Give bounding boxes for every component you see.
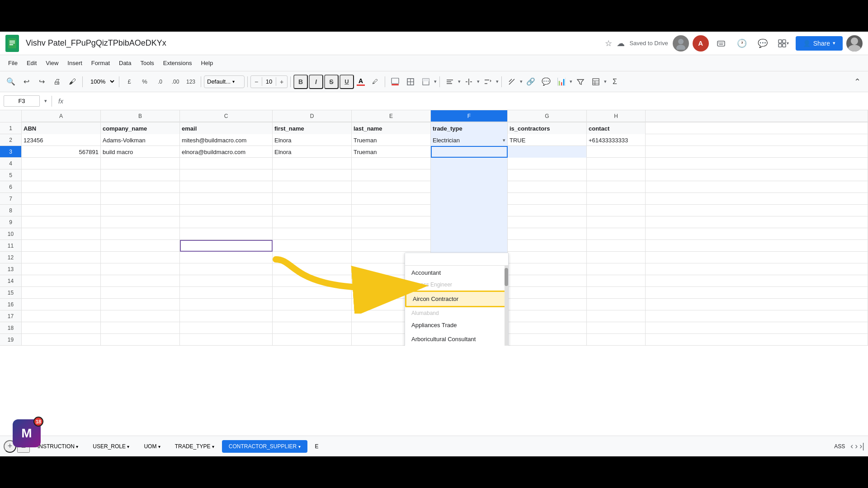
cell-F4[interactable] bbox=[431, 158, 508, 169]
col-header-H[interactable]: H bbox=[587, 110, 646, 122]
dropdown-item-alumaband[interactable]: Alumaband bbox=[405, 308, 508, 318]
cell-D3[interactable]: Elnora bbox=[273, 146, 352, 158]
cell-E4[interactable] bbox=[352, 158, 431, 169]
row-header-7[interactable]: 7 bbox=[0, 193, 22, 204]
cell-G6[interactable] bbox=[508, 181, 587, 193]
currency-button[interactable]: £ bbox=[122, 75, 137, 89]
cell-A19[interactable] bbox=[22, 334, 101, 346]
cell-G12[interactable] bbox=[508, 252, 587, 263]
cell-E10[interactable] bbox=[352, 228, 431, 240]
cell-A16[interactable] bbox=[22, 299, 101, 310]
user-avatar[interactable]: A bbox=[693, 35, 709, 52]
cell-H7[interactable] bbox=[587, 193, 646, 205]
cell-H15[interactable] bbox=[587, 287, 646, 299]
col-header-F[interactable]: F bbox=[431, 110, 508, 122]
font-size-input[interactable] bbox=[262, 77, 276, 86]
keyboard-icon[interactable] bbox=[712, 35, 730, 52]
tab-uom[interactable]: UOM ▾ bbox=[137, 440, 167, 453]
cell-B19[interactable] bbox=[101, 334, 180, 346]
cell-H5[interactable] bbox=[587, 169, 646, 181]
cell-G1[interactable]: is_contractors bbox=[508, 122, 587, 134]
cell-A7[interactable] bbox=[22, 193, 101, 205]
cell-E3[interactable]: Trueman bbox=[352, 146, 431, 158]
menu-edit[interactable]: Edit bbox=[22, 57, 41, 69]
menu-help[interactable]: Help bbox=[196, 57, 217, 69]
cell-G15[interactable] bbox=[508, 287, 587, 299]
row-header-14[interactable]: 14 bbox=[0, 275, 22, 286]
dropdown-scrollbar[interactable] bbox=[505, 266, 508, 346]
cell-H2[interactable]: +61433333333 bbox=[587, 134, 646, 146]
cell-H10[interactable] bbox=[587, 228, 646, 240]
decimal-decrease[interactable]: .0 bbox=[153, 75, 167, 89]
cell-D18[interactable] bbox=[273, 322, 352, 334]
tab-e[interactable]: E bbox=[308, 440, 326, 453]
comment-add-button[interactable]: 💬 bbox=[539, 75, 553, 89]
tab-nav-prev[interactable]: ‹ bbox=[850, 441, 853, 451]
cell-D7[interactable] bbox=[273, 193, 352, 205]
link-button[interactable]: 🔗 bbox=[524, 75, 538, 89]
cell-A8[interactable] bbox=[22, 205, 101, 216]
paint-format-button[interactable]: 🖌 bbox=[65, 75, 80, 89]
doc-title[interactable]: Vishv Patel_FPuPgQizTPbibAOeDKYx bbox=[26, 38, 600, 48]
cell-B5[interactable] bbox=[101, 169, 180, 181]
cell-F8[interactable] bbox=[431, 205, 508, 216]
merge-button[interactable] bbox=[419, 75, 433, 89]
cell-G5[interactable] bbox=[508, 169, 587, 181]
cell-G2[interactable]: TRUE bbox=[508, 134, 587, 146]
font-size-decrease[interactable]: − bbox=[251, 76, 262, 88]
cell-B9[interactable] bbox=[101, 216, 180, 228]
filter-button[interactable] bbox=[573, 75, 588, 89]
cell-H11[interactable] bbox=[587, 240, 646, 252]
table-chevron[interactable]: ▾ bbox=[604, 79, 607, 84]
text-rotation-button[interactable] bbox=[505, 75, 519, 89]
cell-C18[interactable] bbox=[180, 322, 273, 334]
cell-A6[interactable] bbox=[22, 181, 101, 193]
cell-D17[interactable] bbox=[273, 310, 352, 322]
align-chevron[interactable]: ▾ bbox=[458, 79, 461, 84]
cell-D9[interactable] bbox=[273, 216, 352, 228]
cell-B13[interactable] bbox=[101, 263, 180, 275]
share-button[interactable]: 👤 Share ▾ bbox=[796, 36, 843, 51]
cell-D16[interactable] bbox=[273, 299, 352, 310]
cell-B7[interactable] bbox=[101, 193, 180, 205]
cell-H3[interactable] bbox=[587, 146, 646, 158]
cell-H18[interactable] bbox=[587, 322, 646, 334]
format-number-button[interactable]: 123 bbox=[184, 75, 198, 89]
row-header-13[interactable]: 13 bbox=[0, 263, 22, 275]
cell-A18[interactable] bbox=[22, 322, 101, 334]
cell-C19[interactable] bbox=[180, 334, 273, 346]
cell-B8[interactable] bbox=[101, 205, 180, 216]
cell-F1[interactable]: trade_type bbox=[431, 122, 508, 134]
cell-C16[interactable] bbox=[180, 299, 273, 310]
cell-E1[interactable]: last_name bbox=[352, 122, 431, 134]
row-header-1[interactable]: 1 bbox=[0, 122, 22, 134]
search-button[interactable]: 🔍 bbox=[4, 75, 18, 89]
zoom-select[interactable]: 100% bbox=[85, 76, 116, 87]
cell-B15[interactable] bbox=[101, 287, 180, 299]
valign-chevron[interactable]: ▾ bbox=[477, 79, 480, 84]
row-header-17[interactable]: 17 bbox=[0, 310, 22, 322]
cell-G17[interactable] bbox=[508, 310, 587, 322]
cell-C17[interactable] bbox=[180, 310, 273, 322]
cell-E6[interactable] bbox=[352, 181, 431, 193]
cell-E2[interactable]: Trueman bbox=[352, 134, 431, 146]
cell-H16[interactable] bbox=[587, 299, 646, 310]
merge-chevron[interactable]: ▾ bbox=[434, 79, 437, 84]
cell-C10[interactable] bbox=[180, 228, 273, 240]
collapse-button[interactable]: ⌃ bbox=[850, 75, 864, 89]
redo-button[interactable]: ↪ bbox=[34, 75, 49, 89]
cell-D2[interactable]: Elnora bbox=[273, 134, 352, 146]
row-header-12[interactable]: 12 bbox=[0, 252, 22, 263]
sum-button[interactable]: Σ bbox=[608, 75, 622, 89]
cell-A14[interactable] bbox=[22, 275, 101, 287]
font-size-increase[interactable]: + bbox=[276, 76, 287, 88]
cell-C9[interactable] bbox=[180, 216, 273, 228]
cell-B16[interactable] bbox=[101, 299, 180, 310]
cell-C14[interactable] bbox=[180, 275, 273, 287]
col-header-D[interactable]: D bbox=[273, 110, 352, 122]
cell-B1[interactable]: company_name bbox=[101, 122, 180, 134]
cell-G10[interactable] bbox=[508, 228, 587, 240]
cell-E9[interactable] bbox=[352, 216, 431, 228]
cell-C15[interactable] bbox=[180, 287, 273, 299]
bold-button[interactable]: B bbox=[293, 75, 308, 89]
